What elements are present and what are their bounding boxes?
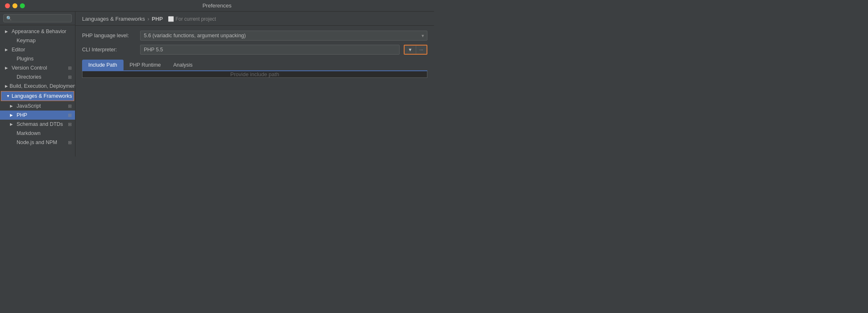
sidebar-item-keymap[interactable]: Keymap: [0, 36, 75, 45]
breadcrumb-note: ⬜ For current project: [168, 16, 216, 22]
tab-include-path[interactable]: Include Path: [82, 60, 124, 70]
arrow-icon: ▼: [6, 94, 10, 98]
arrow-icon: ▶: [10, 104, 15, 108]
search-icon: 🔍: [6, 16, 12, 21]
minimize-button[interactable]: [12, 3, 17, 8]
sidebar-item-label: Directories: [17, 74, 41, 80]
cli-interpreter-value: PHP 5.5: [141, 45, 399, 54]
sidebar-item-label: Schemas and DTDs: [17, 121, 63, 127]
cli-dropdown-button[interactable]: ▼: [405, 46, 416, 54]
sidebar-item-label: Build, Execution, Deployment: [10, 83, 75, 89]
sidebar: 🔍 ▶ Appearance & Behavior Keymap ▶ Edito…: [0, 12, 75, 156]
php-language-level-label: PHP language level:: [82, 33, 136, 39]
cli-interpreter-label: CLI Interpreter:: [82, 47, 136, 53]
copy-icon: ⊞: [68, 122, 72, 127]
breadcrumb-separator: ›: [148, 16, 149, 22]
sidebar-item-label: Appearance & Behavior: [12, 29, 66, 34]
close-button[interactable]: [5, 3, 10, 8]
sidebar-item-label: Plugins: [17, 56, 34, 62]
sidebar-item-label: Version Control: [12, 65, 47, 71]
arrow-icon: ▶: [10, 113, 15, 117]
sidebar-item-label: Node.js and NPM: [17, 140, 57, 145]
arrow-icon: ▶: [5, 48, 10, 52]
copy-icon: ⊞: [68, 75, 72, 80]
search-box: 🔍: [0, 12, 75, 25]
copy-icon: ⊞: [68, 140, 72, 145]
sidebar-item-markdown[interactable]: Markdown: [0, 129, 75, 138]
search-input[interactable]: [14, 15, 69, 21]
cli-buttons-group: ▼ ···: [404, 45, 427, 55]
breadcrumb-parent: Languages & Frameworks: [82, 16, 145, 22]
breadcrumb-current: PHP: [152, 16, 163, 22]
arrow-icon: ▶: [10, 122, 15, 126]
search-wrapper[interactable]: 🔍: [3, 14, 72, 22]
php-language-level-wrapper: 5.6 (variadic functions, argument unpack…: [140, 31, 427, 41]
tabs-bar: Include Path PHP Runtime Analysis: [82, 60, 427, 71]
sidebar-item-build[interactable]: ▶ Build, Execution, Deployment: [0, 82, 75, 91]
sidebar-item-label: Editor: [12, 47, 25, 53]
maximize-button[interactable]: [20, 3, 25, 8]
copy-icon: ⊞: [68, 113, 72, 118]
tab-content-area: Provide include path: [82, 71, 427, 78]
arrow-icon: ▶: [5, 84, 8, 88]
note-icon: ⬜: [168, 16, 174, 22]
tab-php-runtime[interactable]: PHP Runtime: [124, 60, 167, 70]
note-text: For current project: [175, 16, 216, 22]
main-layout: 🔍 ▶ Appearance & Behavior Keymap ▶ Edito…: [0, 12, 434, 156]
arrow-icon: ▶: [5, 29, 10, 34]
sidebar-item-label: JavaScript: [17, 103, 41, 109]
sidebar-item-label: Keymap: [17, 38, 36, 43]
sidebar-item-appearance[interactable]: ▶ Appearance & Behavior: [0, 27, 75, 36]
php-language-level-select[interactable]: 5.6 (variadic functions, argument unpack…: [140, 31, 427, 41]
sidebar-item-version-control[interactable]: ▶ Version Control ⊞: [0, 63, 75, 72]
sidebar-item-nodejs[interactable]: Node.js and NPM ⊞: [0, 138, 75, 147]
sidebar-nav: ▶ Appearance & Behavior Keymap ▶ Editor …: [0, 25, 75, 156]
sidebar-item-javascript[interactable]: ▶ JavaScript ⊞: [0, 101, 75, 111]
content-body: PHP language level: 5.6 (variadic functi…: [75, 26, 434, 156]
content-header: Languages & Frameworks › PHP ⬜ For curre…: [75, 12, 434, 26]
arrow-icon: ▶: [5, 66, 10, 70]
tabs-section: Include Path PHP Runtime Analysis Provid…: [82, 59, 427, 78]
title-bar: Preferences: [0, 0, 434, 12]
tab-placeholder-text: Provide include path: [230, 71, 279, 77]
sidebar-item-php[interactable]: ▶ PHP ⊞: [0, 111, 75, 120]
sidebar-item-editor[interactable]: ▶ Editor: [0, 45, 75, 54]
cli-input-wrapper: PHP 5.5: [140, 45, 400, 55]
copy-icon: ⊞: [68, 65, 72, 71]
content-area: Languages & Frameworks › PHP ⬜ For curre…: [75, 12, 434, 156]
window-title: Preferences: [202, 2, 231, 9]
sidebar-item-languages[interactable]: ▼ Languages & Frameworks: [1, 91, 74, 101]
sidebar-item-label: Markdown: [17, 130, 41, 136]
sidebar-item-schemas[interactable]: ▶ Schemas and DTDs ⊞: [0, 120, 75, 129]
sidebar-item-plugins[interactable]: Plugins: [0, 54, 75, 63]
sidebar-item-label: Languages & Frameworks: [12, 93, 72, 99]
cli-more-button[interactable]: ···: [416, 46, 427, 54]
copy-icon: ⊞: [68, 104, 72, 109]
cli-interpreter-row: CLI Interpreter: PHP 5.5 ▼ ···: [82, 45, 427, 55]
tab-analysis[interactable]: Analysis: [167, 60, 199, 70]
php-language-level-row: PHP language level: 5.6 (variadic functi…: [82, 31, 427, 41]
sidebar-item-label: PHP: [17, 112, 27, 118]
sidebar-item-directories[interactable]: Directories ⊞: [0, 72, 75, 82]
window-controls[interactable]: [5, 3, 25, 8]
